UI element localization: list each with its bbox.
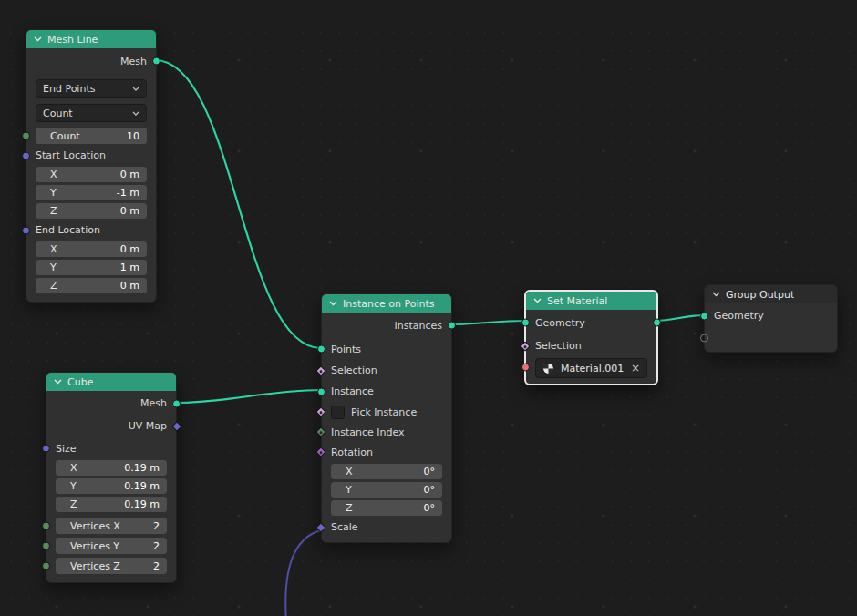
selection-label: Selection [535,340,582,352]
rotation-x-field[interactable]: X 0° [331,464,442,479]
wire-scale-offscreen [285,530,321,616]
scale-label: Scale [331,521,358,533]
field-value: 0 m [120,205,139,217]
vertices-y-input-socket[interactable] [42,542,50,550]
start-x-field[interactable]: X 0 m [36,167,147,182]
wire-meshline-to-points [155,60,321,348]
mesh-output-label: Mesh [120,56,147,67]
size-input-socket[interactable] [42,445,50,453]
chevron-down-icon [132,87,139,91]
points-input-socket[interactable] [317,345,325,354]
field-value: 0° [424,466,436,477]
size-x-field[interactable]: X 0.19 m [56,460,167,476]
start-location-input-socket[interactable] [22,151,30,159]
selection-input-socket[interactable] [315,365,325,375]
field-value: 0 m [120,169,139,180]
cube-node[interactable]: Cube Mesh UV Map Size X 0.19 m Y 0.19 m … [46,372,177,583]
start-location-label: Start Location [36,149,106,161]
rotation-input-socket[interactable] [315,447,325,457]
mesh-output-socket[interactable] [152,57,160,66]
vertices-x-input-socket[interactable] [42,522,50,530]
field-label: X [50,243,57,255]
collapse-chevron-icon[interactable] [34,36,42,42]
uv-map-output-socket[interactable] [171,421,181,431]
count-field[interactable]: Count 10 [36,128,147,144]
field-value: 2 [153,520,160,532]
end-x-field[interactable]: X 0 m [36,241,147,257]
field-label: Count [50,130,80,142]
instance-on-points-header[interactable]: Instance on Points [322,294,451,313]
field-label: Y [70,480,77,492]
count-input-socket[interactable] [22,132,30,140]
geometry-input-socket[interactable] [700,312,708,320]
instances-output-label: Instances [394,320,442,332]
wire-instances-to-setmaterial [450,321,524,324]
instance-on-points-node[interactable]: Instance on Points Instances Points Sele… [321,293,452,543]
collapse-chevron-icon[interactable] [329,301,337,306]
end-location-input-socket[interactable] [22,226,30,234]
field-label: Vertices Y [70,540,119,552]
end-location-label: End Location [36,224,100,236]
group-output-node[interactable]: Group Output Geometry [704,284,838,353]
collapse-chevron-icon[interactable] [533,298,542,303]
collapse-chevron-icon[interactable] [712,292,720,297]
cube-header[interactable]: Cube [46,373,176,391]
instance-input-socket[interactable] [317,387,325,395]
scale-input-socket[interactable] [315,522,325,532]
size-z-field[interactable]: Z 0.19 m [56,497,167,512]
mesh-output-socket[interactable] [172,399,181,407]
field-label: Y [346,484,352,496]
rotation-z-field[interactable]: Z 0° [331,500,442,516]
material-name: Material.001 [561,363,625,375]
field-value: -1 m [117,187,139,199]
field-label: X [50,169,57,180]
start-z-field[interactable]: Z 0 m [36,203,147,219]
instance-index-label: Instance Index [331,426,405,438]
mesh-line-mode-dropdown[interactable]: End Points [36,79,147,98]
pick-instance-input-socket[interactable] [315,406,325,416]
mesh-line-node[interactable]: Mesh Line Mesh End Points Count Count 10… [26,29,157,303]
material-selector[interactable]: Material.001 × [535,358,647,378]
geometry-label: Geometry [714,310,764,322]
start-y-field[interactable]: Y -1 m [36,185,147,200]
field-label: Vertices X [70,520,120,532]
selection-label: Selection [331,364,377,376]
material-sphere-icon [542,363,554,375]
size-y-field[interactable]: Y 0.19 m [56,478,167,494]
rotation-label: Rotation [331,447,373,458]
mesh-line-header[interactable]: Mesh Line [26,30,156,48]
vertices-y-field[interactable]: Vertices Y 2 [56,538,167,554]
vertices-x-field[interactable]: Vertices X 2 [56,518,167,534]
dropdown-value: End Points [43,83,95,95]
vertices-z-field[interactable]: Vertices Z 2 [56,558,167,574]
node-title: Cube [67,376,93,388]
geometry-input-socket[interactable] [521,319,530,327]
field-value: 0 m [120,280,139,292]
field-label: Z [70,498,77,510]
field-value: 0.19 m [124,462,160,474]
group-output-header[interactable]: Group Output [705,285,837,303]
selection-input-socket[interactable] [520,341,530,351]
set-material-node[interactable]: Set Material Geometry Selection Material… [524,290,658,385]
mesh-line-count-mode-dropdown[interactable]: Count [36,104,147,122]
material-input-socket[interactable] [521,364,530,372]
geometry-output-socket[interactable] [653,319,661,327]
field-value: 2 [153,560,160,572]
node-title: Group Output [726,289,794,301]
material-clear-icon[interactable]: × [631,363,640,374]
set-material-header[interactable]: Set Material [526,292,656,310]
field-label: X [70,462,77,474]
end-y-field[interactable]: Y 1 m [36,260,147,275]
instances-output-socket[interactable] [448,322,456,330]
rotation-y-field[interactable]: Y 0° [331,482,442,498]
chevron-down-icon [132,111,139,116]
virtual-input-socket[interactable] [700,334,708,343]
instance-index-input-socket[interactable] [315,426,325,436]
collapse-chevron-icon[interactable] [54,379,62,385]
vertices-z-input-socket[interactable] [42,562,50,570]
node-editor-canvas[interactable]: Mesh Line Mesh End Points Count Count 10… [0,0,857,616]
end-z-field[interactable]: Z 0 m [36,278,147,293]
pick-instance-checkbox[interactable] [331,406,345,419]
field-value: 0 m [120,243,139,255]
pick-instance-label: Pick Instance [351,406,417,418]
